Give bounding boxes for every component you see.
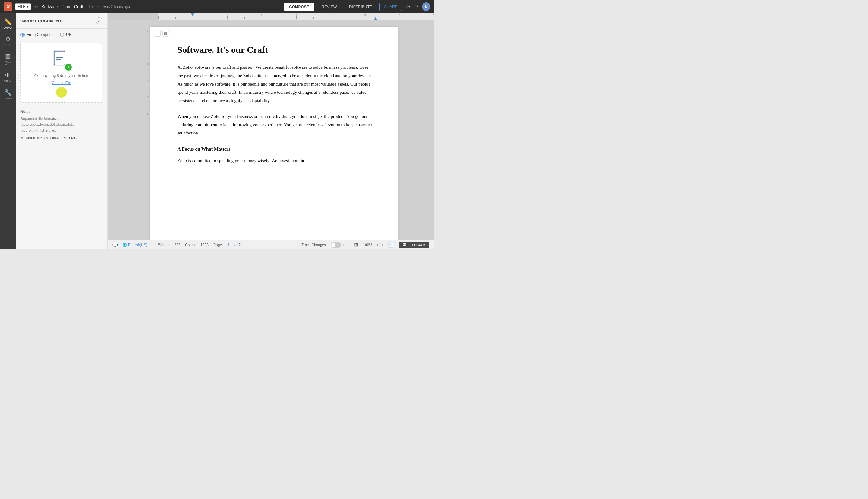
words-label: Words:	[158, 243, 169, 247]
file-menu-button[interactable]: FILE ▾	[15, 3, 31, 10]
ruler-mark-3: 3	[144, 63, 149, 79]
separator-1: |	[152, 243, 153, 247]
sidebar-item-page-layout[interactable]: ▦ PAGELAYOUT	[0, 50, 16, 69]
file-icon-wrap: +	[52, 49, 71, 71]
paragraph-3: Zoho is committed to spending your money…	[178, 157, 374, 165]
last-edit-timestamp: Last edit was 2 hours ago	[89, 4, 130, 9]
toggle-off-label: OFF	[343, 243, 349, 247]
main-area: ✏️ FORMAT ⊕ INSERT ▦ PAGELAYOUT 👁 VIEW 🔧…	[0, 13, 434, 250]
page-layout-label: PAGELAYOUT	[3, 61, 13, 66]
feedback-button[interactable]: 💬 FEEDBACK	[399, 242, 429, 248]
toggle-background[interactable]	[331, 242, 341, 248]
document-body: At Zoho, software is our craft and passi…	[178, 63, 374, 165]
doc-with-ruler: 1 2 3 4 5 6 + ▦ Software. It's our Craft	[144, 26, 398, 234]
users-icon[interactable]: (0)	[377, 242, 383, 248]
page-of: of 2	[234, 243, 241, 247]
cursor-indicator	[56, 87, 67, 98]
document-subheading: A Focus on What Matters	[178, 145, 374, 154]
content-area: 01234567 1 2 3 4 5 6	[108, 13, 434, 250]
chars-label: Chars:	[185, 243, 196, 247]
import-close-button[interactable]: ✕	[96, 17, 102, 24]
drop-zone[interactable]: + You may drag & drop your file here Cho…	[21, 43, 102, 103]
ruler: 01234567	[108, 13, 434, 21]
sidebar-item-insert[interactable]: ⊕ INSERT	[0, 33, 16, 49]
language-label: English(US)	[128, 243, 147, 247]
file-plus-icon: +	[65, 64, 72, 71]
from-computer-option[interactable]: From Computer	[21, 32, 54, 37]
share-button[interactable]: SHARE	[379, 3, 402, 11]
tab-review[interactable]: REVIEW	[317, 3, 342, 11]
insert-label: INSERT	[3, 44, 13, 46]
vertical-ruler-marks: 1 2 3 4 5 6	[144, 29, 149, 129]
page-view-icon[interactable]: 📄	[388, 242, 394, 248]
add-row-button[interactable]: +	[154, 30, 161, 37]
import-panel: IMPORT DOCUMENT ✕ From Computer URL	[16, 13, 108, 250]
topbar-right: COMPOSE REVIEW DISTRIBUTE SHARE ⚙ ? U	[284, 2, 430, 11]
ruler-inner: 01234567	[158, 13, 434, 20]
chars-count: 1303	[200, 243, 209, 247]
view-icon: 👁	[5, 72, 11, 79]
paragraph-2: When you choose Zoho for your business o…	[178, 112, 374, 137]
drop-text: You may drag & drop your file here	[34, 74, 89, 78]
chat-icon[interactable]: 💬	[112, 243, 118, 247]
document-heading: Software. It's our Craft	[178, 45, 374, 55]
help-icon[interactable]: ?	[414, 2, 419, 11]
max-size-label: Maximum file size allowed is 10MB	[21, 135, 102, 141]
from-computer-label: From Computer	[26, 32, 54, 37]
vertical-ruler: 1 2 3 4 5 6	[144, 26, 150, 234]
language-icon: 🌐	[122, 243, 127, 247]
avatar[interactable]: U	[422, 2, 430, 11]
document-scroll[interactable]: 1 2 3 4 5 6 + ▦ Software. It's our Craft	[108, 21, 434, 240]
table-button[interactable]: ▦	[162, 30, 169, 37]
import-options: From Computer URL	[16, 29, 107, 40]
words-count: 222	[174, 243, 180, 247]
document-page: + ▦ Software. It's our Craft At Zoho, so…	[150, 26, 398, 240]
formats-list: .docx,.doc,.docm,.dot,.dotm,.dotx .odt,.…	[21, 122, 102, 133]
tab-distribute[interactable]: DISTRIBUTE	[344, 3, 377, 11]
supported-formats-label: Supported file formats :	[21, 116, 102, 122]
tab-compose[interactable]: COMPOSE	[284, 3, 314, 11]
format-icon: ✏️	[4, 18, 12, 25]
page-layout-icon: ▦	[5, 52, 11, 60]
ruler-mark-4: 4	[144, 79, 149, 96]
document-title: Software. It's our Craft	[41, 4, 83, 9]
track-changes-toggle[interactable]: OFF	[331, 242, 349, 248]
track-changes-label: Track Changes	[302, 243, 326, 247]
file-arrow-icon: ▾	[26, 4, 28, 9]
icon-sidebar: ✏️ FORMAT ⊕ INSERT ▦ PAGELAYOUT 👁 VIEW 🔧…	[0, 13, 16, 250]
toggle-knob	[331, 243, 335, 247]
tools-icon: 🔧	[4, 89, 12, 96]
note-section: Note: Supported file formats : .docx,.do…	[16, 106, 107, 145]
choose-file-link[interactable]: Choose File	[52, 81, 71, 85]
format-label: FORMAT	[2, 26, 14, 29]
tools-label: TOOLS	[3, 97, 13, 100]
topbar: ✕ FILE ▾ ☆ Software. It's our Craft Last…	[0, 0, 434, 13]
view-label: VIEW	[4, 80, 11, 83]
zoom-level[interactable]: 100%	[363, 243, 372, 247]
ruler-mark-5: 5	[144, 96, 149, 112]
page-label: Page:	[213, 243, 223, 247]
page-current: 1	[228, 243, 230, 247]
grid-icon[interactable]: ⊞	[354, 242, 358, 248]
settings-icon[interactable]: ⚙	[404, 2, 412, 11]
language-selector[interactable]: 🌐 English(US)	[122, 243, 147, 247]
ruler-mark-6: 6	[144, 112, 149, 129]
url-option[interactable]: URL	[60, 32, 74, 37]
sidebar-item-view[interactable]: 👁 VIEW	[0, 70, 16, 85]
import-header: IMPORT DOCUMENT ✕	[16, 13, 107, 29]
status-bar: 💬 🌐 English(US) | Words: 222 Chars: 1303…	[108, 240, 434, 250]
favorite-icon[interactable]: ☆	[34, 4, 38, 10]
close-button[interactable]: ✕	[4, 2, 12, 11]
page-controls: + ▦	[154, 30, 169, 37]
from-computer-radio[interactable]	[21, 33, 25, 37]
note-title: Note:	[21, 109, 102, 115]
svg-rect-1	[54, 51, 65, 65]
ruler-mark-1: 1	[144, 29, 149, 46]
url-radio[interactable]	[60, 33, 64, 37]
sidebar-item-tools[interactable]: 🔧 TOOLS	[0, 86, 16, 102]
ruler-mark-2: 2	[144, 46, 149, 63]
insert-icon: ⊕	[5, 35, 11, 42]
ruler-spacer	[108, 13, 158, 20]
url-label: URL	[66, 32, 74, 37]
sidebar-item-format[interactable]: ✏️ FORMAT	[0, 16, 16, 32]
